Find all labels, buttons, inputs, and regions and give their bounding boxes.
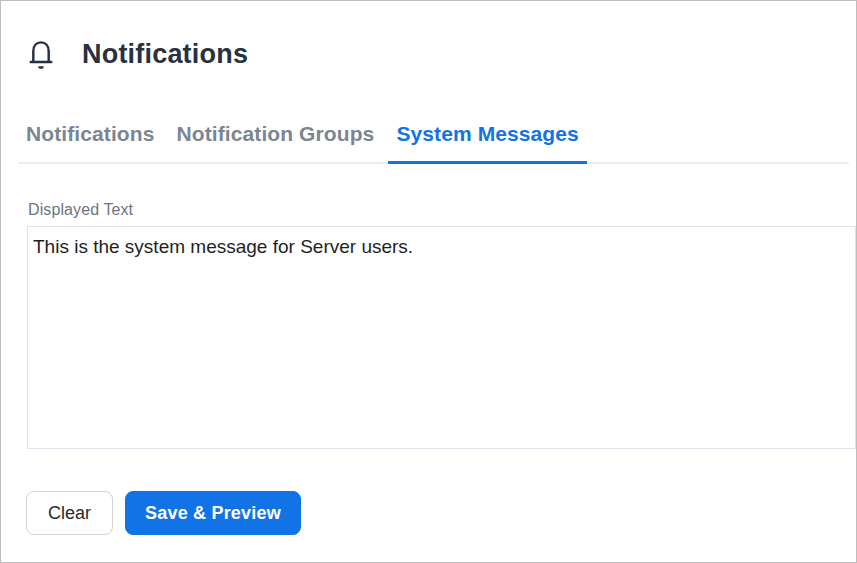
tab-notification-groups[interactable]: Notification Groups bbox=[168, 122, 382, 162]
tab-system-messages[interactable]: System Messages bbox=[388, 122, 586, 162]
header: Notifications bbox=[27, 37, 856, 72]
displayed-text-label: Displayed Text bbox=[28, 201, 856, 219]
displayed-text-textarea[interactable]: This is the system message for Server us… bbox=[27, 226, 856, 449]
system-message-form: Displayed Text This is the system messag… bbox=[1, 201, 856, 449]
tab-notifications[interactable]: Notifications bbox=[18, 122, 162, 162]
page-title: Notifications bbox=[82, 39, 248, 70]
clear-button[interactable]: Clear bbox=[26, 491, 113, 535]
action-bar: Clear Save & Preview bbox=[26, 491, 856, 535]
bell-icon bbox=[27, 37, 55, 72]
notifications-settings-page: { "header": { "title": "Notifications", … bbox=[0, 0, 857, 563]
tab-bar: Notifications Notification Groups System… bbox=[18, 122, 849, 164]
save-preview-button[interactable]: Save & Preview bbox=[125, 491, 301, 535]
